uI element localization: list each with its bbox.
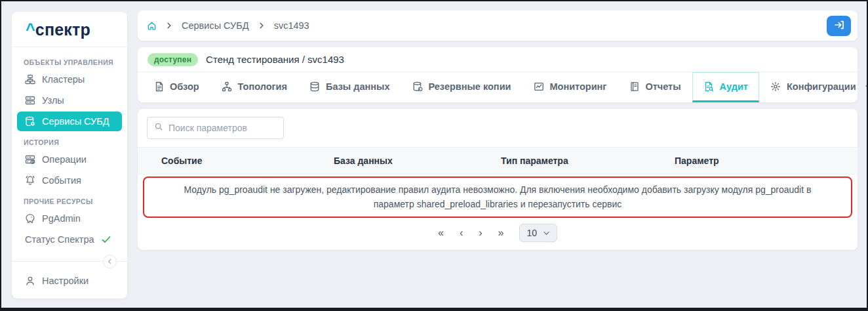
nodes-icon: [25, 95, 35, 106]
database-gear-icon: [25, 116, 35, 127]
app-logo: ^спектр: [12, 12, 127, 47]
sidebar-section-label: ИСТОРИЯ: [24, 138, 115, 146]
pagination-next-button[interactable]: ›: [479, 228, 482, 238]
page-size-value: 10: [526, 228, 537, 238]
service-title-row: доступен Стенд тестирования / svc1493: [138, 47, 858, 72]
pagination: « ‹ › » 10: [138, 218, 858, 250]
sidebar-collapse-button[interactable]: [103, 255, 117, 268]
backup-icon: [412, 81, 423, 93]
tab-label: Конфигурации: [787, 81, 856, 92]
chevron-left-circle-icon: [106, 256, 113, 268]
tab-label: Топология: [238, 81, 287, 92]
gear-icon: [770, 81, 781, 93]
file-icon: [153, 81, 165, 93]
sidebar-item-label: Настройки: [42, 276, 89, 286]
sidebar-item-label: PgAdmin: [42, 213, 81, 224]
sidebar-item-label: Статус Спектра: [25, 234, 94, 245]
pgadmin-icon: [25, 213, 35, 224]
table-column-header: Событие: [138, 156, 310, 166]
tab-label: Резервные копии: [428, 81, 511, 92]
operations-icon: [25, 154, 35, 165]
page-size-select[interactable]: 10: [519, 224, 557, 242]
sidebar-item-nodes[interactable]: Узлы: [17, 91, 122, 110]
sidebar-item-settings[interactable]: Настройки: [17, 271, 122, 291]
breadcrumb-card: Сервисы СУБДsvc1493: [138, 10, 858, 41]
sidebar-item-label: Операции: [42, 154, 87, 165]
database-icon: [309, 81, 321, 93]
search-input[interactable]: [168, 123, 277, 133]
service-card: доступен Стенд тестирования / svc1493 Об…: [138, 47, 858, 102]
sidebar-item-operations[interactable]: Операции: [17, 150, 122, 169]
tabs: ОбзорТопологияБазы данныхРезервные копии…: [138, 72, 858, 102]
breadcrumb-home-button[interactable]: [147, 21, 157, 31]
breadcrumb-item[interactable]: svc1493: [274, 20, 309, 31]
tab-label: Базы данных: [326, 81, 390, 92]
sidebar-item-label: Узлы: [42, 95, 64, 106]
topology-icon: [222, 81, 233, 93]
sidebar-divider: [12, 261, 127, 262]
tab-databases[interactable]: Базы данных: [298, 72, 401, 102]
table-column-header: Тип параметра: [477, 156, 651, 166]
table-column-header: База данных: [310, 156, 477, 166]
sidebar-item-label: События: [42, 175, 81, 186]
sidebar-item-spektr-status[interactable]: Статус Спектра: [17, 230, 122, 249]
chevron-down-icon: [543, 230, 550, 237]
login-icon: [834, 20, 844, 32]
tab-reports[interactable]: Отчеты: [618, 72, 692, 102]
sidebar-item-label: Кластеры: [42, 74, 85, 85]
breadcrumb: Сервисы СУБДsvc1493: [147, 20, 309, 31]
pagination-last-button[interactable]: »: [498, 228, 504, 238]
sidebar-section-label: ОБЪЕКТЫ УПРАВЛЕНИЯ: [24, 58, 115, 66]
chevron-right-icon: [258, 22, 266, 30]
tab-topology[interactable]: Топология: [210, 72, 298, 102]
sidebar-nav: ОБЪЕКТЫ УПРАВЛЕНИЯКластерыУзлыСервисы СУ…: [12, 47, 127, 251]
reports-icon: [629, 81, 640, 93]
sidebar-item-dbms-services[interactable]: Сервисы СУБД: [17, 112, 122, 131]
search-icon: [154, 122, 163, 134]
logo-caret-icon: ^: [26, 20, 35, 39]
search-box: [147, 117, 284, 139]
audit-panel: СобытиеБаза данныхТип параметраПараметр …: [138, 109, 858, 250]
tab-audit[interactable]: Аудит: [692, 72, 759, 102]
tab-label: Обзор: [170, 81, 199, 92]
monitoring-icon: [533, 81, 544, 93]
tab-backups[interactable]: Резервные копии: [401, 72, 522, 102]
tab-label: Мониторинг: [549, 81, 606, 92]
table-header: СобытиеБаза данныхТип параметраПараметр: [138, 147, 858, 175]
tab-configurations[interactable]: Конфигурации: [759, 72, 868, 102]
tab-monitoring[interactable]: Мониторинг: [522, 72, 618, 102]
bell-icon: [25, 175, 35, 186]
session-button[interactable]: [827, 16, 851, 36]
status-badge: доступен: [148, 53, 198, 66]
search-row: [138, 109, 858, 147]
app-window: ^спектр ОБЪЕКТЫ УПРАВЛЕНИЯКластерыУзлыСе…: [0, 0, 868, 311]
chevron-down-icon: [863, 81, 868, 93]
main-content: Сервисы СУБДsvc1493 доступен Стенд тести…: [138, 10, 858, 308]
audit-warning-message: Модуль pg_proaudit не загружен, редактир…: [143, 176, 852, 218]
sidebar-section-label: ПРОЧИЕ РЕСУРСЫ: [24, 197, 115, 205]
sidebar-item-clusters[interactable]: Кластеры: [17, 70, 122, 89]
sidebar-item-pgadmin[interactable]: PgAdmin: [17, 209, 122, 228]
pagination-first-button[interactable]: «: [438, 228, 444, 238]
sidebar-item-label: Сервисы СУБД: [42, 116, 109, 127]
pagination-prev-button[interactable]: ‹: [460, 228, 463, 238]
chevron-right-icon: [165, 22, 173, 30]
sidebar: ^спектр ОБЪЕКТЫ УПРАВЛЕНИЯКластерыУзлыСе…: [12, 12, 127, 299]
service-title: Стенд тестирования / svc1493: [206, 54, 344, 65]
tab-overview[interactable]: Обзор: [142, 72, 210, 102]
person-icon: [25, 276, 35, 286]
breadcrumb-item[interactable]: Сервисы СУБД: [182, 20, 249, 31]
sidebar-item-events[interactable]: События: [17, 171, 122, 190]
logo-text: спектр: [35, 20, 90, 39]
audit-icon: [703, 81, 715, 93]
tab-label: Аудит: [720, 81, 748, 92]
table-column-header: Параметр: [651, 156, 858, 166]
sidebar-settings-wrap: Настройки: [12, 266, 127, 292]
check-icon: [101, 234, 111, 245]
tab-label: Отчеты: [645, 81, 681, 92]
cluster-icon: [25, 74, 35, 85]
